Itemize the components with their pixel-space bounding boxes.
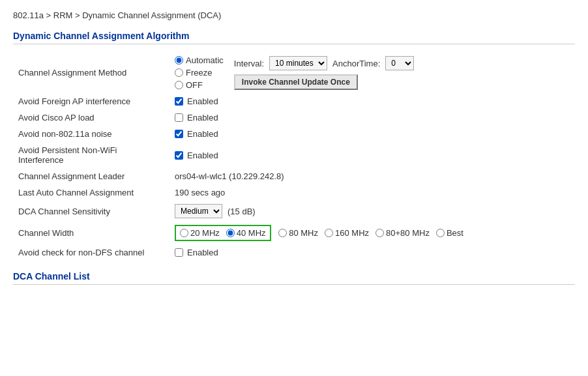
- method-freeze-label: Freeze: [186, 68, 212, 78]
- invoke-button-row: Invoke Channel Update Once: [234, 74, 414, 90]
- avoid-non-dfs-checkbox[interactable]: [175, 248, 183, 257]
- avoid-cisco-ap-enabled-label: Enabled: [187, 113, 218, 123]
- section1-title: Dynamic Channel Assignment Algorithm: [13, 31, 575, 41]
- interval-label: Interval:: [234, 59, 264, 68]
- channel-width-value: 20 MHz 40 MHz 80 MHz 160 MHz: [169, 222, 575, 244]
- cw-40mhz-label: 40 MHz: [237, 228, 266, 238]
- breadcrumb: 802.11a > RRM > Dynamic Channel Assignme…: [13, 10, 575, 20]
- channel-width-options: 20 MHz 40 MHz: [180, 228, 266, 238]
- avoid-non80211a-checkbox[interactable]: [175, 130, 183, 138]
- avoid-foreign-ap-label: Avoid Foreign AP interference: [13, 93, 169, 109]
- method-off-radio[interactable]: [175, 81, 183, 89]
- channel-assignment-leader-row: Channel Assignment Leader ors04-wl-wlc1 …: [13, 168, 575, 184]
- anchor-time-select[interactable]: 0123 4567 891011 12131415 16171819 20212…: [385, 56, 414, 70]
- cw-80mhz-radio[interactable]: [278, 229, 287, 237]
- avoid-persistent-checkbox[interactable]: [175, 151, 183, 160]
- channel-width-row: Channel Width 20 MHz 40 MHz 80 M: [13, 222, 575, 244]
- avoid-non80211a-label: Avoid non-802.11a noise: [13, 126, 169, 142]
- avoid-cisco-ap-checkbox-label[interactable]: Enabled: [175, 113, 570, 123]
- interval-select[interactable]: 10 minutes 5 minutes 30 minutes 1 hour 6…: [269, 56, 327, 70]
- avoid-non-dfs-enabled-label: Enabled: [187, 248, 218, 257]
- channel-assignment-leader-value: ors04-wl-wlc1 (10.229.242.8): [169, 168, 575, 184]
- method-radio-group: Automatic Freeze OFF: [175, 55, 224, 90]
- interval-anchor-row: Interval: 10 minutes 5 minutes 30 minute…: [234, 56, 414, 70]
- cw-80plus80mhz-radio[interactable]: [375, 229, 384, 237]
- section2-divider: [13, 284, 575, 285]
- avoid-non80211a-enabled-label: Enabled: [187, 129, 218, 139]
- dca-sensitivity-select[interactable]: Low Medium High: [175, 204, 222, 218]
- avoid-non-dfs-label: Avoid check for non-DFS channel: [13, 244, 169, 261]
- avoid-non80211a-row: Avoid non-802.11a noise Enabled: [13, 126, 575, 142]
- avoid-persistent-checkbox-label[interactable]: Enabled: [175, 151, 570, 160]
- channel-assignment-method-row: Channel Assignment Method Automatic Free…: [13, 52, 575, 93]
- last-auto-channel-label: Last Auto Channel Assignment: [13, 184, 169, 201]
- avoid-cisco-ap-label: Avoid Cisco AP load: [13, 109, 169, 126]
- channel-assignment-leader-label: Channel Assignment Leader: [13, 168, 169, 184]
- dca-sensitivity-note: (15 dB): [228, 207, 256, 216]
- avoid-non80211a-value: Enabled: [169, 126, 575, 142]
- channel-width-label: Channel Width: [13, 222, 169, 244]
- method-automatic-radio[interactable]: [175, 56, 183, 65]
- cw-best-option[interactable]: Best: [436, 228, 463, 238]
- channel-width-extra-options: 80 MHz 160 MHz 80+80 MHz Best: [278, 228, 463, 238]
- method-off-option[interactable]: OFF: [175, 80, 224, 90]
- avoid-cisco-ap-value: Enabled: [169, 109, 575, 126]
- avoid-non-dfs-row: Avoid check for non-DFS channel Enabled: [13, 244, 575, 261]
- cw-best-radio[interactable]: [436, 229, 445, 237]
- cw-80plus80mhz-option[interactable]: 80+80 MHz: [375, 228, 430, 238]
- method-off-label: OFF: [186, 80, 203, 90]
- method-automatic-option[interactable]: Automatic: [175, 55, 224, 65]
- cw-80plus80mhz-label: 80+80 MHz: [386, 228, 430, 238]
- cw-80mhz-label: 80 MHz: [289, 228, 318, 238]
- cw-20mhz-option[interactable]: 20 MHz: [180, 228, 220, 238]
- channel-width-bordered: 20 MHz 40 MHz: [175, 225, 271, 241]
- avoid-cisco-ap-checkbox[interactable]: [175, 113, 183, 122]
- cw-40mhz-radio[interactable]: [226, 229, 235, 237]
- channel-assignment-method-label: Channel Assignment Method: [13, 52, 169, 93]
- cw-20mhz-radio[interactable]: [180, 229, 188, 237]
- avoid-foreign-ap-value: Enabled: [169, 93, 575, 109]
- anchor-time-label: AnchorTime:: [332, 59, 380, 68]
- section1-divider: [13, 44, 575, 44]
- avoid-foreign-ap-enabled-label: Enabled: [187, 96, 218, 106]
- avoid-persistent-enabled-label: Enabled: [187, 151, 218, 160]
- cw-20mhz-label: 20 MHz: [190, 228, 220, 238]
- cw-80mhz-option[interactable]: 80 MHz: [278, 228, 318, 238]
- invoke-channel-update-button[interactable]: Invoke Channel Update Once: [234, 74, 358, 90]
- section2-title: DCA Channel List: [13, 271, 575, 282]
- method-freeze-radio[interactable]: [175, 68, 183, 77]
- cw-best-label: Best: [447, 228, 463, 238]
- avoid-cisco-ap-row: Avoid Cisco AP load Enabled: [13, 109, 575, 126]
- dca-sensitivity-value: Low Medium High (15 dB): [169, 201, 575, 222]
- method-automatic-label: Automatic: [186, 55, 224, 65]
- avoid-non-dfs-value: Enabled: [169, 244, 575, 261]
- avoid-persistent-value: Enabled: [169, 142, 575, 168]
- cw-160mhz-radio[interactable]: [325, 229, 333, 237]
- avoid-foreign-ap-checkbox-label[interactable]: Enabled: [175, 96, 570, 106]
- form-table: Channel Assignment Method Automatic Free…: [13, 52, 575, 261]
- dca-sensitivity-row: DCA Channel Sensitivity Low Medium High …: [13, 201, 575, 222]
- cw-160mhz-option[interactable]: 160 MHz: [325, 228, 369, 238]
- last-auto-channel-value: 190 secs ago: [169, 184, 575, 201]
- avoid-persistent-row: Avoid Persistent Non-WiFi Interference E…: [13, 142, 575, 168]
- dca-sensitivity-label: DCA Channel Sensitivity: [13, 201, 169, 222]
- last-auto-channel-row: Last Auto Channel Assignment 190 secs ag…: [13, 184, 575, 201]
- avoid-persistent-label: Avoid Persistent Non-WiFi Interference: [13, 142, 169, 168]
- cw-40mhz-option[interactable]: 40 MHz: [226, 228, 266, 238]
- channel-assignment-method-value: Automatic Freeze OFF Interval:: [169, 52, 575, 93]
- avoid-non80211a-checkbox-label[interactable]: Enabled: [175, 129, 570, 139]
- avoid-non-dfs-checkbox-label[interactable]: Enabled: [175, 248, 570, 257]
- avoid-foreign-ap-row: Avoid Foreign AP interference Enabled: [13, 93, 575, 109]
- method-freeze-option[interactable]: Freeze: [175, 68, 224, 78]
- avoid-foreign-ap-checkbox[interactable]: [175, 97, 183, 106]
- cw-160mhz-label: 160 MHz: [335, 228, 369, 238]
- dca-sensitivity-inline: Low Medium High (15 dB): [175, 204, 570, 218]
